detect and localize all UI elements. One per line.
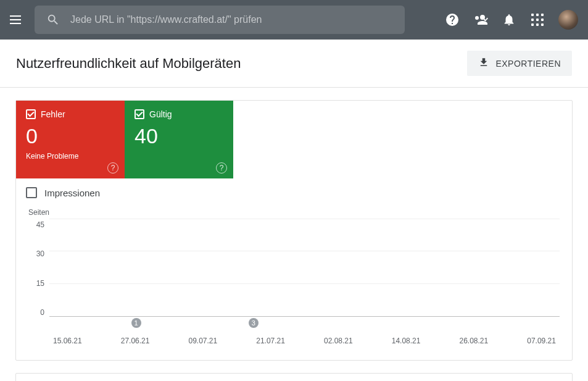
help-icon[interactable]: ? bbox=[216, 162, 227, 174]
search-icon bbox=[46, 12, 60, 27]
avatar[interactable] bbox=[558, 10, 578, 30]
tile-error-value: 0 bbox=[26, 124, 115, 148]
notifications-icon[interactable] bbox=[502, 12, 516, 27]
download-icon bbox=[478, 57, 489, 70]
chart-ylabel: Seiten bbox=[28, 208, 560, 217]
x-tick: 15.06.21 bbox=[53, 337, 82, 345]
chart-marker[interactable]: 3 bbox=[249, 318, 259, 328]
impressions-label: Impressionen bbox=[44, 188, 100, 198]
help-icon[interactable] bbox=[445, 12, 460, 27]
tile-error-sub: Keine Probleme bbox=[26, 152, 115, 161]
x-tick: 26.08.21 bbox=[460, 337, 489, 345]
tile-valid[interactable]: Gültig 40 ? bbox=[125, 101, 233, 178]
x-tick: 21.07.21 bbox=[256, 337, 285, 345]
menu-button[interactable] bbox=[10, 12, 25, 27]
x-tick: 09.07.21 bbox=[189, 337, 218, 345]
tile-error-label: Fehler bbox=[41, 109, 65, 119]
apps-icon[interactable] bbox=[530, 12, 545, 27]
checkbox-checked-icon bbox=[135, 109, 144, 119]
tile-error[interactable]: Fehler 0 Keine Probleme ? bbox=[16, 101, 125, 178]
chart-marker[interactable]: 1 bbox=[131, 318, 141, 328]
x-tick: 02.08.21 bbox=[324, 337, 353, 345]
users-icon[interactable] bbox=[473, 12, 488, 27]
tile-valid-value: 40 bbox=[135, 124, 223, 148]
export-label: EXPORTIEREN bbox=[495, 59, 561, 69]
export-button[interactable]: EXPORTIEREN bbox=[467, 51, 572, 76]
impressions-checkbox[interactable] bbox=[26, 187, 37, 198]
help-icon[interactable]: ? bbox=[107, 162, 118, 174]
x-tick: 14.08.21 bbox=[392, 337, 421, 345]
chart: Seiten 4530150 13 15.06.2127.06.2109.07.… bbox=[16, 202, 572, 360]
x-tick: 07.09.21 bbox=[527, 337, 556, 345]
page-title: Nutzerfreundlichkeit auf Mobilgeräten bbox=[16, 56, 241, 72]
url-search-box[interactable] bbox=[35, 6, 405, 34]
x-tick: 27.06.21 bbox=[121, 337, 150, 345]
tile-valid-label: Gültig bbox=[149, 109, 172, 119]
checkbox-checked-icon bbox=[26, 109, 36, 119]
search-input[interactable] bbox=[70, 14, 394, 25]
